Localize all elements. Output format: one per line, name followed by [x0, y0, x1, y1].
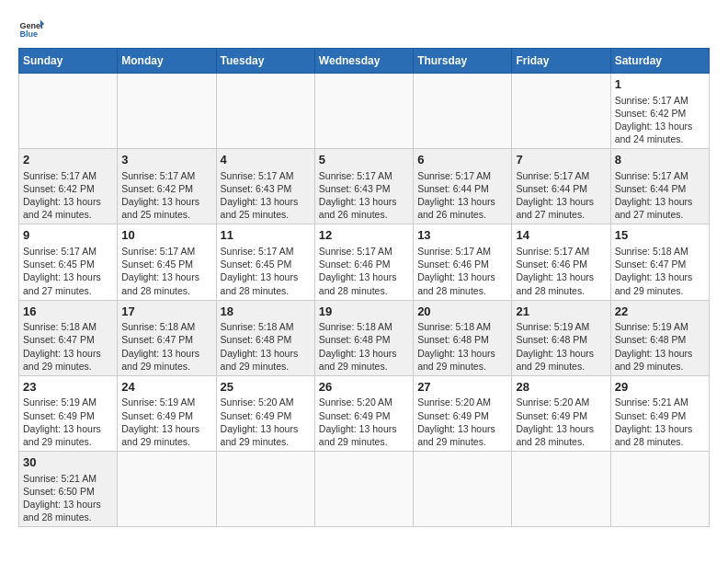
calendar-cell: 3Sunrise: 5:17 AM Sunset: 6:42 PM Daylig…	[118, 149, 216, 224]
day-info: Sunrise: 5:20 AM Sunset: 6:49 PM Dayligh…	[221, 396, 311, 448]
day-info: Sunrise: 5:17 AM Sunset: 6:45 PM Dayligh…	[221, 245, 311, 297]
day-number: 8	[615, 152, 705, 168]
day-info: Sunrise: 5:17 AM Sunset: 6:44 PM Dayligh…	[516, 169, 606, 222]
day-header-sunday: Sunday	[19, 49, 118, 74]
calendar-cell: 30Sunrise: 5:21 AM Sunset: 6:50 PM Dayli…	[19, 452, 118, 527]
day-info: Sunrise: 5:21 AM Sunset: 6:49 PM Dayligh…	[615, 396, 705, 448]
calendar-cell: 28Sunrise: 5:20 AM Sunset: 6:49 PM Dayli…	[512, 375, 610, 451]
day-info: Sunrise: 5:19 AM Sunset: 6:48 PM Dayligh…	[615, 320, 705, 373]
calendar-cell: 2Sunrise: 5:17 AM Sunset: 6:42 PM Daylig…	[19, 149, 118, 224]
day-number: 27	[417, 379, 507, 396]
day-info: Sunrise: 5:18 AM Sunset: 6:47 PM Dayligh…	[121, 320, 211, 373]
calendar-cell: 19Sunrise: 5:18 AM Sunset: 6:48 PM Dayli…	[314, 300, 413, 375]
day-header-monday: Monday	[118, 49, 216, 74]
calendar-cell: 12Sunrise: 5:17 AM Sunset: 6:46 PM Dayli…	[314, 224, 413, 300]
calendar-table: SundayMondayTuesdayWednesdayThursdayFrid…	[18, 48, 710, 527]
calendar-cell: 24Sunrise: 5:19 AM Sunset: 6:49 PM Dayli…	[118, 375, 216, 451]
day-info: Sunrise: 5:20 AM Sunset: 6:49 PM Dayligh…	[319, 396, 409, 448]
day-number: 17	[121, 304, 211, 320]
day-number: 22	[615, 304, 705, 320]
calendar-week-row: 1Sunrise: 5:17 AM Sunset: 6:42 PM Daylig…	[19, 74, 710, 149]
calendar-cell: 27Sunrise: 5:20 AM Sunset: 6:49 PM Dayli…	[414, 375, 512, 451]
day-number: 20	[417, 304, 507, 320]
day-number: 4	[221, 152, 311, 168]
day-number: 15	[615, 227, 705, 244]
calendar-cell: 21Sunrise: 5:19 AM Sunset: 6:48 PM Dayli…	[512, 300, 610, 375]
calendar-cell	[512, 74, 610, 149]
day-info: Sunrise: 5:17 AM Sunset: 6:43 PM Dayligh…	[221, 169, 311, 222]
day-number: 9	[23, 227, 113, 244]
calendar-cell	[414, 452, 512, 527]
day-number: 16	[23, 304, 113, 320]
header: General Blue	[18, 15, 710, 40]
calendar-week-row: 30Sunrise: 5:21 AM Sunset: 6:50 PM Dayli…	[19, 452, 710, 527]
logo-icon: General Blue	[18, 15, 44, 40]
calendar-cell: 11Sunrise: 5:17 AM Sunset: 6:45 PM Dayli…	[216, 224, 314, 300]
calendar-cell: 26Sunrise: 5:20 AM Sunset: 6:49 PM Dayli…	[314, 375, 413, 451]
calendar-cell	[314, 452, 413, 527]
day-header-friday: Friday	[512, 49, 610, 74]
day-info: Sunrise: 5:18 AM Sunset: 6:48 PM Dayligh…	[417, 320, 507, 373]
day-info: Sunrise: 5:20 AM Sunset: 6:49 PM Dayligh…	[417, 396, 507, 448]
calendar-cell: 15Sunrise: 5:18 AM Sunset: 6:47 PM Dayli…	[610, 224, 709, 300]
svg-text:Blue: Blue	[19, 29, 38, 39]
day-header-saturday: Saturday	[610, 49, 709, 74]
calendar-cell: 10Sunrise: 5:17 AM Sunset: 6:45 PM Dayli…	[118, 224, 216, 300]
calendar-cell: 22Sunrise: 5:19 AM Sunset: 6:48 PM Dayli…	[610, 300, 709, 375]
calendar-cell	[19, 74, 118, 149]
day-info: Sunrise: 5:18 AM Sunset: 6:47 PM Dayligh…	[615, 245, 705, 297]
day-info: Sunrise: 5:17 AM Sunset: 6:45 PM Dayligh…	[121, 245, 211, 297]
calendar-cell: 13Sunrise: 5:17 AM Sunset: 6:46 PM Dayli…	[414, 224, 512, 300]
calendar-cell	[118, 452, 216, 527]
day-info: Sunrise: 5:17 AM Sunset: 6:44 PM Dayligh…	[615, 169, 705, 222]
day-number: 10	[121, 227, 211, 244]
calendar-cell	[610, 452, 709, 527]
day-info: Sunrise: 5:17 AM Sunset: 6:46 PM Dayligh…	[516, 245, 606, 297]
day-number: 14	[516, 227, 606, 244]
calendar-cell: 18Sunrise: 5:18 AM Sunset: 6:48 PM Dayli…	[216, 300, 314, 375]
calendar-cell: 9Sunrise: 5:17 AM Sunset: 6:45 PM Daylig…	[19, 224, 118, 300]
day-info: Sunrise: 5:17 AM Sunset: 6:42 PM Dayligh…	[23, 169, 113, 222]
day-info: Sunrise: 5:18 AM Sunset: 6:47 PM Dayligh…	[23, 320, 113, 373]
day-info: Sunrise: 5:17 AM Sunset: 6:42 PM Dayligh…	[121, 169, 211, 222]
day-info: Sunrise: 5:17 AM Sunset: 6:42 PM Dayligh…	[615, 94, 705, 146]
calendar-cell	[118, 74, 216, 149]
day-number: 24	[121, 379, 211, 396]
calendar-header-row: SundayMondayTuesdayWednesdayThursdayFrid…	[19, 49, 710, 74]
calendar-cell: 16Sunrise: 5:18 AM Sunset: 6:47 PM Dayli…	[19, 300, 118, 375]
calendar-cell	[512, 452, 610, 527]
day-number: 3	[121, 152, 211, 168]
calendar-cell: 6Sunrise: 5:17 AM Sunset: 6:44 PM Daylig…	[414, 149, 512, 224]
day-number: 18	[221, 304, 311, 320]
day-number: 2	[23, 152, 113, 168]
day-number: 1	[615, 76, 705, 93]
day-number: 6	[417, 152, 507, 168]
logo: General Blue	[18, 15, 44, 40]
calendar-week-row: 2Sunrise: 5:17 AM Sunset: 6:42 PM Daylig…	[19, 149, 710, 224]
calendar-cell: 20Sunrise: 5:18 AM Sunset: 6:48 PM Dayli…	[414, 300, 512, 375]
calendar-cell: 5Sunrise: 5:17 AM Sunset: 6:43 PM Daylig…	[314, 149, 413, 224]
day-number: 30	[23, 454, 113, 471]
day-number: 26	[319, 379, 409, 396]
calendar-cell: 29Sunrise: 5:21 AM Sunset: 6:49 PM Dayli…	[610, 375, 709, 451]
calendar-cell: 17Sunrise: 5:18 AM Sunset: 6:47 PM Dayli…	[118, 300, 216, 375]
calendar-cell: 4Sunrise: 5:17 AM Sunset: 6:43 PM Daylig…	[216, 149, 314, 224]
day-header-thursday: Thursday	[414, 49, 512, 74]
day-info: Sunrise: 5:17 AM Sunset: 6:45 PM Dayligh…	[23, 245, 113, 297]
day-info: Sunrise: 5:21 AM Sunset: 6:50 PM Dayligh…	[23, 472, 113, 524]
calendar-cell: 25Sunrise: 5:20 AM Sunset: 6:49 PM Dayli…	[216, 375, 314, 451]
day-info: Sunrise: 5:19 AM Sunset: 6:49 PM Dayligh…	[121, 396, 211, 448]
calendar-week-row: 23Sunrise: 5:19 AM Sunset: 6:49 PM Dayli…	[19, 375, 710, 451]
calendar-cell: 1Sunrise: 5:17 AM Sunset: 6:42 PM Daylig…	[610, 74, 709, 149]
calendar-cell	[216, 74, 314, 149]
day-number: 7	[516, 152, 606, 168]
calendar-cell: 14Sunrise: 5:17 AM Sunset: 6:46 PM Dayli…	[512, 224, 610, 300]
day-number: 28	[516, 379, 606, 396]
day-number: 13	[417, 227, 507, 244]
day-info: Sunrise: 5:17 AM Sunset: 6:46 PM Dayligh…	[417, 245, 507, 297]
day-info: Sunrise: 5:17 AM Sunset: 6:46 PM Dayligh…	[319, 245, 409, 297]
calendar-cell: 8Sunrise: 5:17 AM Sunset: 6:44 PM Daylig…	[610, 149, 709, 224]
calendar-week-row: 16Sunrise: 5:18 AM Sunset: 6:47 PM Dayli…	[19, 300, 710, 375]
day-info: Sunrise: 5:17 AM Sunset: 6:44 PM Dayligh…	[417, 169, 507, 222]
day-header-tuesday: Tuesday	[216, 49, 314, 74]
